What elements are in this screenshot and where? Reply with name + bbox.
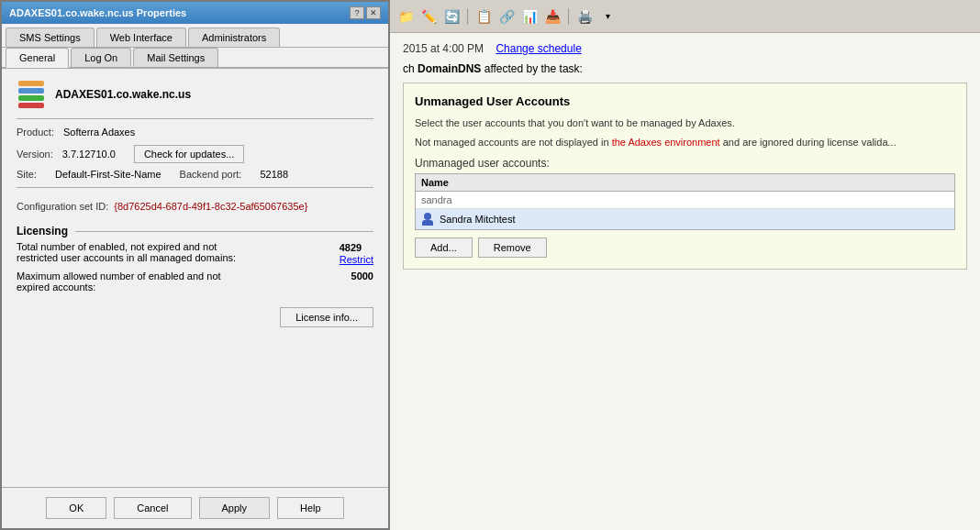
backend-port-value: 52188 xyxy=(260,169,288,180)
toolbar-icon-2[interactable]: ✏️ xyxy=(418,6,439,27)
toolbar-icon-7[interactable]: 📥 xyxy=(542,6,562,27)
unmanaged-desc-1: Select the user accounts that you don't … xyxy=(415,116,955,131)
main-content: 2015 at 4:00 PM Change schedule ch Domai… xyxy=(390,33,980,530)
server-layer-1 xyxy=(18,81,44,86)
tab-sms-settings[interactable]: SMS Settings xyxy=(6,28,95,47)
apply-button[interactable]: Apply xyxy=(199,497,271,519)
site-value: Default-First-Site-Name xyxy=(55,169,161,180)
toolbar-icon-8[interactable]: 🖨️ xyxy=(574,6,595,27)
config-row: Configuration set ID: {8d7625d4-687d-49f… xyxy=(17,195,373,217)
divider-2 xyxy=(17,187,373,188)
tab-log-on[interactable]: Log On xyxy=(71,48,131,67)
tab-mail-settings[interactable]: Mail Settings xyxy=(133,48,218,67)
user-icon-head xyxy=(424,213,431,220)
tabs-row-2: General Log On Mail Settings xyxy=(2,48,388,69)
server-layer-3 xyxy=(18,95,44,101)
toolbar-separator-1 xyxy=(467,8,468,25)
toolbar-icon-3[interactable]: 🔄 xyxy=(441,6,462,27)
product-value: Softerra Adaxes xyxy=(63,127,373,138)
toolbar-icon-1[interactable]: 📁 xyxy=(395,6,416,27)
schedule-text: 2015 at 4:00 PM xyxy=(403,42,484,55)
help-button[interactable]: Help xyxy=(277,497,344,519)
cancel-button[interactable]: Cancel xyxy=(114,497,191,519)
license-info-button[interactable]: License info... xyxy=(280,307,373,327)
unmanaged-box: Unmanaged User Accounts Select the user … xyxy=(403,83,967,270)
accounts-table: Name sandra Sandra Mitchtest xyxy=(415,173,955,230)
licensing-row-1: Total number of enabled, not expired and… xyxy=(17,241,373,265)
accounts-entry-name: Sandra Mitchtest xyxy=(440,214,516,225)
licensing-section-title: Licensing xyxy=(17,225,373,237)
server-icon xyxy=(17,80,46,109)
licensing-row1-right: 4829 Restrict xyxy=(340,241,373,265)
server-stack xyxy=(18,81,44,108)
unmanaged-title: Unmanaged User Accounts xyxy=(415,94,955,108)
schedule-line: 2015 at 4:00 PM Change schedule xyxy=(403,42,967,55)
version-label: Version: xyxy=(17,149,53,160)
check-updates-button[interactable]: Check for updates... xyxy=(134,145,244,163)
help-titlebar-button[interactable]: ? xyxy=(350,6,364,19)
licensing-row-2: Maximum allowed number of enabled and no… xyxy=(17,271,373,293)
unmanaged-desc-2: Not managed accounts are not displayed i… xyxy=(415,135,955,150)
tabs-row-1: SMS Settings Web Interface Administrator… xyxy=(2,24,388,48)
accounts-entry[interactable]: Sandra Mitchtest xyxy=(416,209,954,229)
site-backend-row: Site: Default-First-Site-Name Backend po… xyxy=(17,169,373,180)
dialog-titlebar: ADAXES01.co.wake.nc.us Properties ? ✕ xyxy=(2,2,388,24)
affected-label: ch DomainDNS affected by the task: xyxy=(403,62,967,75)
licensing-row2-value: 5000 xyxy=(351,271,373,282)
add-button[interactable]: Add... xyxy=(415,237,473,258)
licensing-row1-label: Total number of enabled, not expired and… xyxy=(17,241,255,263)
titlebar-buttons: ? ✕ xyxy=(350,6,381,19)
licensing-row1-value: 4829 xyxy=(340,242,362,253)
remove-button[interactable]: Remove xyxy=(478,237,547,258)
server-header: ADAXES01.co.wake.nc.us xyxy=(17,80,373,109)
divider-1 xyxy=(17,118,373,119)
right-panel: 📁 ✏️ 🔄 📋 🔗 📊 📥 🖨️ ▾ 2015 at 4:00 PM Chan… xyxy=(390,0,980,530)
server-name: ADAXES01.co.wake.nc.us xyxy=(55,88,191,101)
accounts-search-row[interactable]: sandra xyxy=(416,192,954,209)
server-layer-2 xyxy=(18,88,44,94)
bottom-buttons: Add... Remove xyxy=(415,230,955,258)
toolbar-dropdown-arrow[interactable]: ▾ xyxy=(597,6,618,27)
config-value: {8d7625d4-687d-49f1-8c32-5af65067635e} xyxy=(114,201,307,212)
info-grid: Product: Softerra Adaxes xyxy=(17,127,373,138)
config-label: Configuration set ID: xyxy=(17,201,108,212)
restrict-link[interactable]: Restrict xyxy=(340,254,373,265)
toolbar-icon-4[interactable]: 📋 xyxy=(473,6,494,27)
user-icon-body xyxy=(422,220,433,226)
server-layer-4 xyxy=(18,103,44,108)
product-label: Product: xyxy=(17,127,54,138)
toolbar-separator-2 xyxy=(568,8,569,25)
unmanaged-accounts-label: Unmanaged user accounts: xyxy=(415,157,955,170)
dialog-content: ADAXES01.co.wake.nc.us Product: Softerra… xyxy=(2,69,388,487)
ok-button[interactable]: OK xyxy=(46,497,106,519)
version-value: 3.7.12710.0 xyxy=(62,149,116,160)
change-schedule-link[interactable]: Change schedule xyxy=(496,42,581,55)
user-icon xyxy=(421,213,434,226)
toolbar: 📁 ✏️ 🔄 📋 🔗 📊 📥 🖨️ ▾ xyxy=(390,0,980,33)
license-info-btn-row: License info... xyxy=(17,307,373,327)
version-row: Version: 3.7.12710.0 Check for updates..… xyxy=(17,145,373,163)
licensing-row2-label: Maximum allowed number of enabled and no… xyxy=(17,271,255,293)
backend-port-label: Backend port: xyxy=(180,169,242,180)
red-text: the Adaxes environment xyxy=(612,137,720,148)
close-titlebar-button[interactable]: ✕ xyxy=(366,6,381,19)
accounts-table-header: Name xyxy=(416,174,954,192)
tab-administrators[interactable]: Administrators xyxy=(188,28,280,47)
affected-text: affected by the task: xyxy=(484,62,583,75)
toolbar-icon-6[interactable]: 📊 xyxy=(519,6,540,27)
dialog-footer: OK Cancel Apply Help xyxy=(2,487,388,528)
toolbar-icon-5[interactable]: 🔗 xyxy=(496,6,517,27)
tab-web-interface[interactable]: Web Interface xyxy=(96,28,186,47)
domain-dns-text: DomainDNS xyxy=(418,62,481,75)
dialog-title: ADAXES01.co.wake.nc.us Properties xyxy=(9,7,186,18)
properties-dialog: ADAXES01.co.wake.nc.us Properties ? ✕ SM… xyxy=(0,0,390,530)
site-label: Site: xyxy=(17,169,37,180)
tab-general[interactable]: General xyxy=(6,48,69,68)
